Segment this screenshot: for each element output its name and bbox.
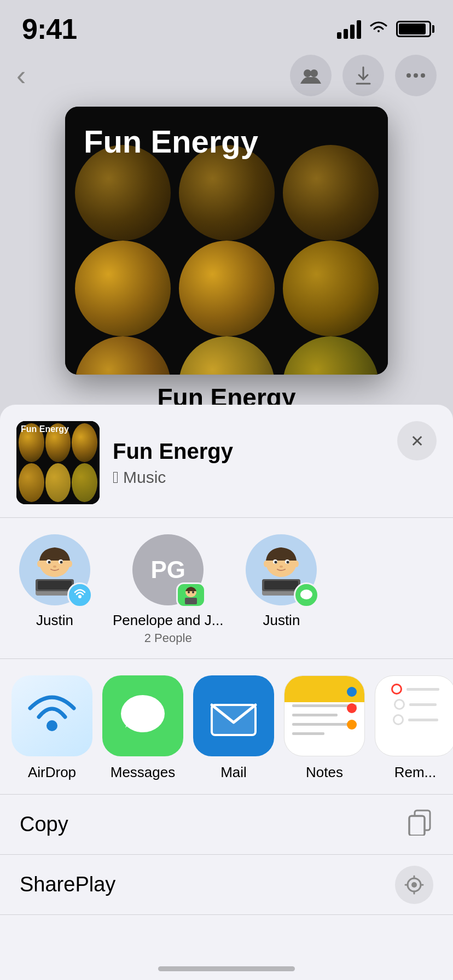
svg-point-13 (37, 561, 42, 567)
messages-app-icon (102, 675, 183, 756)
svg-point-0 (304, 69, 311, 77)
svg-point-27 (287, 561, 289, 564)
svg-point-20 (188, 591, 190, 593)
share-sheet: Fun Energy Fun Energy  Music ✕ (0, 405, 453, 980)
album-art: Fun Energy (65, 107, 388, 375)
person-item[interactable]: Justin (243, 534, 320, 645)
svg-point-43 (411, 882, 417, 888)
shareplay-label: SharePlay (20, 873, 115, 896)
battery-icon (396, 21, 431, 37)
person-name: Penelope and J... (113, 612, 223, 629)
shareplay-icon (395, 866, 433, 904)
app-item-notes[interactable]: Notes (283, 675, 365, 781)
share-thumb-title: Fun Energy (21, 424, 69, 434)
airdrop-badge-icon (67, 582, 92, 608)
person-item[interactable]: PG Penelope and J... 2 People (113, 534, 223, 645)
notes-app-icon (284, 675, 365, 756)
share-header: Fun Energy Fun Energy  Music ✕ (0, 405, 453, 518)
copy-action-row[interactable]: Copy (0, 795, 453, 855)
svg-rect-40 (409, 816, 425, 836)
share-thumbnail: Fun Energy (16, 421, 100, 504)
svg-point-28 (280, 565, 283, 568)
pg-initials: PG (150, 556, 185, 584)
svg-rect-17 (38, 581, 72, 590)
home-indicator (158, 966, 295, 971)
reminders-app-icon (375, 675, 453, 756)
download-button[interactable] (342, 55, 384, 96)
svg-point-35 (47, 720, 57, 731)
mail-label: Mail (220, 764, 247, 781)
person-name: Justin (36, 612, 73, 629)
app-item-reminders[interactable]: Rem... (374, 675, 453, 781)
svg-point-5 (414, 73, 418, 78)
svg-point-4 (406, 73, 411, 78)
back-button[interactable]: ‹ (16, 59, 26, 92)
svg-point-10 (48, 561, 51, 564)
nav-right-buttons (290, 55, 437, 96)
svg-point-11 (60, 561, 63, 564)
app-item-airdrop[interactable]: AirDrop (11, 675, 93, 781)
svg-point-14 (68, 561, 72, 567)
people-button[interactable] (290, 55, 332, 96)
apple-logo-icon:  (113, 468, 119, 487)
share-close-button[interactable]: ✕ (397, 421, 437, 460)
nav-bar: ‹ (0, 48, 453, 103)
share-track-name: Fun Energy (113, 439, 437, 464)
svg-point-26 (275, 561, 277, 564)
person-sub: 2 People (144, 631, 192, 645)
share-source-text: Music (123, 468, 166, 487)
reminders-label: Rem... (394, 764, 437, 781)
share-source:  Music (113, 468, 437, 487)
signal-bars-icon (337, 19, 361, 39)
svg-point-30 (294, 561, 299, 567)
notes-label: Notes (306, 764, 343, 781)
copy-icon (406, 808, 433, 841)
more-button[interactable] (395, 55, 437, 96)
svg-point-6 (421, 73, 425, 78)
mail-app-icon (193, 675, 274, 756)
svg-point-1 (310, 69, 318, 77)
people-section: Justin PG Penelope and (0, 518, 453, 659)
svg-point-29 (264, 561, 268, 567)
apps-section: AirDrop Messages Mail (0, 659, 453, 795)
person-item[interactable]: Justin (16, 534, 93, 645)
messages-label: Messages (111, 764, 176, 781)
person-name: Justin (263, 612, 300, 629)
app-item-mail[interactable]: Mail (193, 675, 275, 781)
svg-rect-33 (264, 581, 298, 590)
status-icons (337, 19, 431, 40)
person-avatar: PG (132, 534, 204, 605)
app-item-messages[interactable]: Messages (102, 675, 184, 781)
album-title: Fun Energy (84, 123, 258, 160)
airdrop-app-icon (11, 675, 92, 756)
shareplay-action-row[interactable]: SharePlay (0, 855, 453, 915)
copy-label: Copy (20, 813, 68, 836)
messages-badge-icon (294, 582, 319, 608)
svg-point-18 (78, 595, 82, 598)
svg-point-21 (192, 591, 194, 593)
wifi-icon (369, 19, 388, 40)
circles-grid (65, 139, 388, 375)
album-art-container: Fun Energy (65, 107, 388, 375)
airdrop-label: AirDrop (28, 764, 76, 781)
share-title-area: Fun Energy  Music (100, 439, 437, 487)
person-avatar (19, 534, 90, 605)
svg-rect-22 (185, 598, 197, 604)
status-bar: 9:41 (0, 0, 453, 48)
svg-point-12 (53, 565, 56, 568)
status-time: 9:41 (22, 13, 77, 45)
person-avatar (246, 534, 317, 605)
